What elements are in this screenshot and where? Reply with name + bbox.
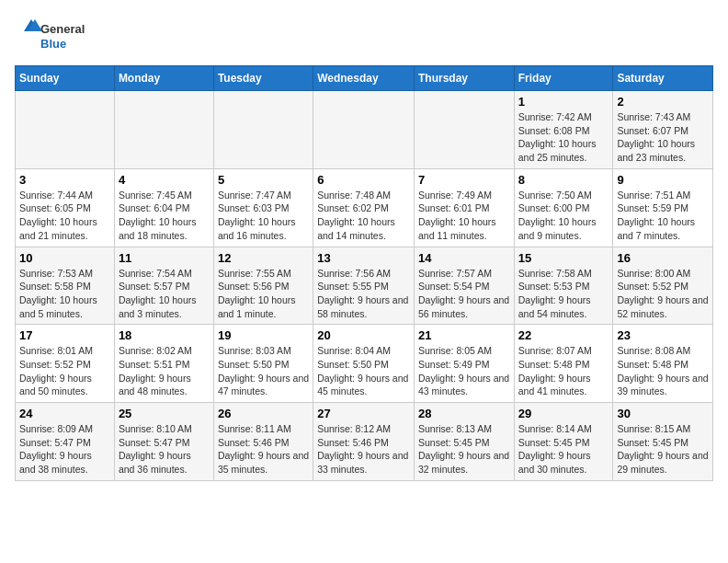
day-number: 30 [617, 407, 709, 420]
day-info: Sunrise: 8:10 AM Sunset: 5:47 PM Dayligh… [119, 422, 210, 477]
day-info: Sunrise: 7:42 AM Sunset: 6:08 PM Dayligh… [518, 110, 609, 165]
calendar-cell: 10Sunrise: 7:53 AM Sunset: 5:58 PM Dayli… [16, 247, 115, 325]
day-info: Sunrise: 8:09 AM Sunset: 5:47 PM Dayligh… [19, 422, 110, 477]
day-number: 25 [119, 407, 210, 420]
calendar-cell: 30Sunrise: 8:15 AM Sunset: 5:45 PM Dayli… [613, 403, 713, 481]
calendar-week-row: 17Sunrise: 8:01 AM Sunset: 5:52 PM Dayli… [16, 325, 713, 403]
day-number: 27 [317, 407, 410, 420]
day-number: 21 [418, 328, 510, 342]
weekday-header-friday: Friday [514, 66, 613, 91]
day-info: Sunrise: 8:04 AM Sunset: 5:50 PM Dayligh… [317, 344, 410, 398]
day-number: 2 [617, 95, 709, 109]
day-number: 26 [218, 407, 309, 420]
day-number: 1 [518, 95, 609, 109]
calendar-cell: 26Sunrise: 8:11 AM Sunset: 5:46 PM Dayli… [213, 403, 313, 481]
weekday-header-row: SundayMondayTuesdayWednesdayThursdayFrid… [16, 66, 713, 91]
day-info: Sunrise: 7:53 AM Sunset: 5:58 PM Dayligh… [19, 267, 110, 321]
day-info: Sunrise: 8:15 AM Sunset: 5:45 PM Dayligh… [617, 422, 709, 477]
day-number: 6 [317, 173, 410, 187]
logo: General Blue [15, 15, 97, 56]
day-info: Sunrise: 7:54 AM Sunset: 5:57 PM Dayligh… [119, 267, 210, 321]
calendar-cell: 22Sunrise: 8:07 AM Sunset: 5:48 PM Dayli… [514, 325, 613, 403]
weekday-header-wednesday: Wednesday [313, 66, 415, 91]
calendar-cell: 28Sunrise: 8:13 AM Sunset: 5:45 PM Dayli… [414, 403, 514, 481]
calendar-cell: 7Sunrise: 7:49 AM Sunset: 6:01 PM Daylig… [414, 168, 514, 247]
day-info: Sunrise: 7:55 AM Sunset: 5:56 PM Dayligh… [218, 267, 309, 321]
day-info: Sunrise: 7:56 AM Sunset: 5:55 PM Dayligh… [317, 267, 410, 321]
calendar-cell: 13Sunrise: 7:56 AM Sunset: 5:55 PM Dayli… [313, 247, 415, 325]
calendar-week-row: 10Sunrise: 7:53 AM Sunset: 5:58 PM Dayli… [16, 247, 713, 325]
day-info: Sunrise: 8:05 AM Sunset: 5:49 PM Dayligh… [418, 344, 510, 398]
calendar-cell: 4Sunrise: 7:45 AM Sunset: 6:04 PM Daylig… [114, 168, 213, 247]
day-info: Sunrise: 8:01 AM Sunset: 5:52 PM Dayligh… [19, 344, 110, 398]
day-number: 7 [418, 173, 510, 187]
calendar-week-row: 24Sunrise: 8:09 AM Sunset: 5:47 PM Dayli… [16, 403, 713, 481]
calendar-cell: 15Sunrise: 7:58 AM Sunset: 5:53 PM Dayli… [514, 247, 613, 325]
day-info: Sunrise: 8:07 AM Sunset: 5:48 PM Dayligh… [518, 344, 609, 398]
day-info: Sunrise: 8:11 AM Sunset: 5:46 PM Dayligh… [218, 422, 309, 477]
day-info: Sunrise: 7:57 AM Sunset: 5:54 PM Dayligh… [418, 267, 510, 321]
calendar-cell: 27Sunrise: 8:12 AM Sunset: 5:46 PM Dayli… [313, 403, 415, 481]
day-number: 18 [119, 328, 210, 342]
calendar-cell: 11Sunrise: 7:54 AM Sunset: 5:57 PM Dayli… [114, 247, 213, 325]
day-info: Sunrise: 7:50 AM Sunset: 6:00 PM Dayligh… [518, 189, 609, 243]
day-number: 24 [19, 407, 110, 420]
day-number: 23 [617, 328, 709, 342]
calendar-cell: 9Sunrise: 7:51 AM Sunset: 5:59 PM Daylig… [613, 168, 713, 247]
weekday-header-thursday: Thursday [414, 66, 514, 91]
calendar-cell: 19Sunrise: 8:03 AM Sunset: 5:50 PM Dayli… [213, 325, 313, 403]
calendar-cell: 23Sunrise: 8:08 AM Sunset: 5:48 PM Dayli… [613, 325, 713, 403]
calendar-cell: 17Sunrise: 8:01 AM Sunset: 5:52 PM Dayli… [16, 325, 115, 403]
weekday-header-saturday: Saturday [613, 66, 713, 91]
day-info: Sunrise: 8:13 AM Sunset: 5:45 PM Dayligh… [418, 422, 510, 477]
day-number: 17 [19, 328, 110, 342]
calendar-cell: 21Sunrise: 8:05 AM Sunset: 5:49 PM Dayli… [414, 325, 514, 403]
calendar-cell: 1Sunrise: 7:42 AM Sunset: 6:08 PM Daylig… [514, 91, 613, 169]
day-info: Sunrise: 7:44 AM Sunset: 6:05 PM Dayligh… [19, 189, 110, 243]
day-info: Sunrise: 8:02 AM Sunset: 5:51 PM Dayligh… [119, 344, 210, 398]
calendar-cell: 24Sunrise: 8:09 AM Sunset: 5:47 PM Dayli… [16, 403, 115, 481]
weekday-header-tuesday: Tuesday [213, 66, 313, 91]
calendar-cell: 20Sunrise: 8:04 AM Sunset: 5:50 PM Dayli… [313, 325, 415, 403]
calendar-cell [114, 91, 213, 169]
day-info: Sunrise: 7:47 AM Sunset: 6:03 PM Dayligh… [218, 189, 309, 243]
day-number: 8 [518, 173, 609, 187]
calendar-cell [16, 91, 115, 169]
day-number: 3 [19, 173, 110, 187]
calendar-table: SundayMondayTuesdayWednesdayThursdayFrid… [15, 65, 713, 481]
day-number: 19 [218, 328, 309, 342]
day-info: Sunrise: 7:58 AM Sunset: 5:53 PM Dayligh… [518, 267, 609, 321]
calendar-cell: 2Sunrise: 7:43 AM Sunset: 6:07 PM Daylig… [613, 91, 713, 169]
day-info: Sunrise: 7:48 AM Sunset: 6:02 PM Dayligh… [317, 189, 410, 243]
calendar-cell: 12Sunrise: 7:55 AM Sunset: 5:56 PM Dayli… [213, 247, 313, 325]
day-info: Sunrise: 7:51 AM Sunset: 5:59 PM Dayligh… [617, 189, 709, 243]
calendar-cell: 29Sunrise: 8:14 AM Sunset: 5:45 PM Dayli… [514, 403, 613, 481]
page-header: General Blue [15, 15, 713, 56]
calendar-week-row: 1Sunrise: 7:42 AM Sunset: 6:08 PM Daylig… [16, 91, 713, 169]
day-number: 28 [418, 407, 510, 420]
calendar-cell [213, 91, 313, 169]
svg-text:Blue: Blue [40, 37, 66, 51]
calendar-cell: 5Sunrise: 7:47 AM Sunset: 6:03 PM Daylig… [213, 168, 313, 247]
day-number: 22 [518, 328, 609, 342]
day-info: Sunrise: 8:14 AM Sunset: 5:45 PM Dayligh… [518, 422, 609, 477]
day-info: Sunrise: 7:49 AM Sunset: 6:01 PM Dayligh… [418, 189, 510, 243]
day-number: 10 [19, 251, 110, 265]
day-number: 15 [518, 251, 609, 265]
calendar-week-row: 3Sunrise: 7:44 AM Sunset: 6:05 PM Daylig… [16, 168, 713, 247]
day-info: Sunrise: 8:03 AM Sunset: 5:50 PM Dayligh… [218, 344, 309, 398]
calendar-cell: 25Sunrise: 8:10 AM Sunset: 5:47 PM Dayli… [114, 403, 213, 481]
day-number: 16 [617, 251, 709, 265]
day-number: 29 [518, 407, 609, 420]
svg-text:General: General [40, 22, 85, 36]
calendar-cell: 18Sunrise: 8:02 AM Sunset: 5:51 PM Dayli… [114, 325, 213, 403]
day-number: 12 [218, 251, 309, 265]
calendar-cell: 14Sunrise: 7:57 AM Sunset: 5:54 PM Dayli… [414, 247, 514, 325]
day-info: Sunrise: 7:43 AM Sunset: 6:07 PM Dayligh… [617, 110, 709, 165]
day-number: 14 [418, 251, 510, 265]
calendar-cell [414, 91, 514, 169]
weekday-header-monday: Monday [114, 66, 213, 91]
logo-svg: General Blue [15, 15, 97, 56]
calendar-cell: 8Sunrise: 7:50 AM Sunset: 6:00 PM Daylig… [514, 168, 613, 247]
day-info: Sunrise: 8:08 AM Sunset: 5:48 PM Dayligh… [617, 344, 709, 398]
